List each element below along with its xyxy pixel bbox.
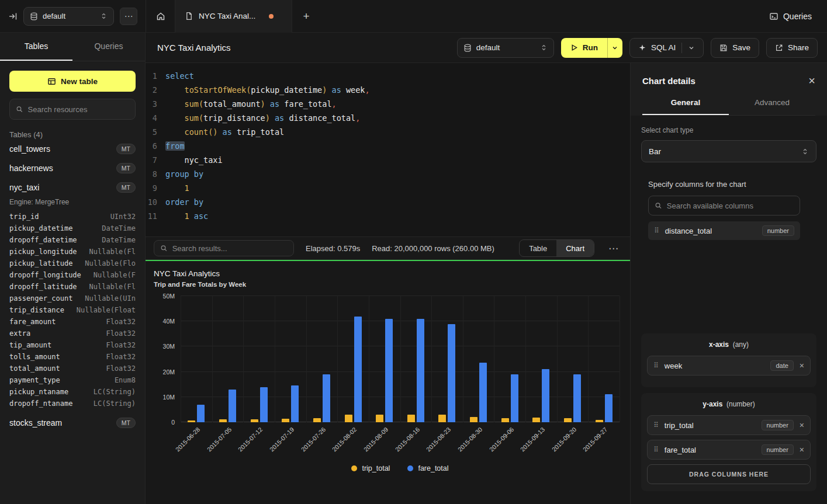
- collapse-sidebar-button[interactable]: [8, 12, 18, 21]
- column-type: UInt32: [110, 213, 136, 221]
- results-more-button[interactable]: ⋯: [606, 242, 621, 255]
- queries-button[interactable]: Queries: [754, 0, 827, 33]
- columns-search[interactable]: [648, 196, 800, 215]
- column-row[interactable]: dropoff_longitudeNullable(F: [9, 269, 136, 281]
- legend-dot: [351, 465, 357, 471]
- play-icon: [570, 44, 578, 51]
- column-row[interactable]: extraFloat32: [9, 328, 136, 339]
- sidebar-table-row[interactable]: stocks_streamMT: [9, 413, 136, 432]
- sidebar-tab-tables[interactable]: Tables: [0, 33, 72, 61]
- drop-zone[interactable]: DRAG COLUMNS HERE: [647, 464, 811, 484]
- x-tick-label: 2015-08-09: [362, 426, 389, 453]
- query-header: NYC Taxi Analytics default Run: [146, 33, 827, 63]
- chart-panel: NYC Taxi Analytics Trip and Fare Totals …: [146, 260, 630, 504]
- save-button[interactable]: Save: [711, 38, 759, 58]
- home-tab[interactable]: [146, 0, 175, 33]
- x-tick-label: 2015-07-12: [237, 426, 264, 453]
- sql-ai-button[interactable]: SQL AI: [629, 38, 704, 58]
- legend-item[interactable]: fare_total: [407, 464, 448, 472]
- bar-series: [181, 296, 620, 422]
- close-icon[interactable]: ×: [808, 75, 815, 86]
- plot-canvas: [181, 296, 620, 422]
- bar-fare_total: [417, 319, 424, 422]
- tab-general[interactable]: General: [642, 98, 729, 115]
- sidebar-search[interactable]: [9, 99, 136, 120]
- table-columns: trip_idUInt32pickup_datetimeDateTimedrop…: [9, 211, 136, 409]
- run-options-button[interactable]: [607, 38, 622, 58]
- database-selector[interactable]: default: [23, 7, 114, 26]
- code-line: 4 sum(trip_distance) as distance_total,: [146, 111, 630, 125]
- sparkle-icon: [638, 44, 646, 52]
- code-text: select: [165, 69, 194, 83]
- y-tick-label: 0: [171, 419, 175, 426]
- drag-handle-icon[interactable]: ⠿: [653, 362, 659, 370]
- table-view-button[interactable]: Table: [520, 240, 556, 256]
- column-row[interactable]: fare_amountFloat32: [9, 316, 136, 328]
- sidebar-table-row[interactable]: hackernewsMT: [9, 158, 136, 178]
- bar-fare_total: [323, 374, 330, 422]
- panel-body: Select chart type Bar Specify columns fo…: [631, 116, 827, 504]
- column-row[interactable]: tip_amountFloat32: [9, 339, 136, 351]
- column-row[interactable]: trip_idUInt32: [9, 211, 136, 223]
- chevron-updown-icon: [100, 12, 108, 20]
- code-line: 7 nyc_taxi: [146, 153, 630, 167]
- axis-column-row[interactable]: ⠿weekdate×: [647, 356, 811, 376]
- results-search[interactable]: [154, 240, 294, 256]
- remove-icon[interactable]: ×: [800, 421, 804, 429]
- column-type: Nullable(Fl: [89, 248, 136, 256]
- chart-view-button[interactable]: Chart: [556, 240, 594, 256]
- column-row[interactable]: pickup_longitudeNullable(Fl: [9, 246, 136, 258]
- x-tick-label: 2015-09-06: [487, 426, 514, 453]
- remove-icon[interactable]: ×: [800, 446, 804, 454]
- column-row[interactable]: passenger_countNullable(UIn: [9, 293, 136, 304]
- bar-trip_total: [532, 418, 540, 422]
- bar-fare_total: [229, 390, 236, 422]
- query-tab[interactable]: NYC Taxi Anal...: [175, 0, 292, 33]
- available-column-row[interactable]: ⠿distance_totalnumber: [648, 221, 800, 240]
- x-axis-heading: x-axis (any): [647, 340, 811, 349]
- sql-editor[interactable]: 1select2 toStartOfWeek(pickup_datetime) …: [146, 63, 630, 237]
- run-button[interactable]: Run: [561, 38, 607, 58]
- drag-handle-icon[interactable]: ⠿: [653, 446, 659, 454]
- column-type: Nullable(Flo: [85, 259, 136, 267]
- bar-trip_total: [470, 417, 477, 422]
- drag-handle-icon[interactable]: ⠿: [653, 421, 659, 429]
- column-row[interactable]: dropoff_ntanameLC(String): [9, 398, 136, 409]
- new-tab-button[interactable]: +: [292, 0, 320, 33]
- sidebar-table-row[interactable]: nyc_taxiMT: [9, 178, 136, 197]
- column-row[interactable]: payment_typeEnum8: [9, 374, 136, 386]
- sidebar-content: New table Tables (4) cell_towersMThacker…: [0, 61, 145, 442]
- column-row[interactable]: trip_distanceNullable(Float: [9, 304, 136, 316]
- column-row[interactable]: pickup_datetimeDateTime: [9, 223, 136, 234]
- sidebar-tab-queries[interactable]: Queries: [72, 33, 145, 61]
- column-row[interactable]: pickup_latitudeNullable(Flo: [9, 258, 136, 269]
- chart-type-select[interactable]: Bar: [641, 140, 816, 162]
- legend-item[interactable]: trip_total: [351, 464, 390, 472]
- sidebar-more-button[interactable]: ⋯: [120, 8, 137, 25]
- column-row[interactable]: tolls_amountFloat32: [9, 351, 136, 363]
- legend-dot: [407, 465, 413, 471]
- column-row[interactable]: total_amountFloat32: [9, 363, 136, 374]
- column-row[interactable]: dropoff_latitudeNullable(Fl: [9, 281, 136, 293]
- column-row[interactable]: dropoff_datetimeDateTime: [9, 234, 136, 246]
- remove-icon[interactable]: ×: [800, 362, 804, 370]
- column-row[interactable]: pickup_ntanameLC(String): [9, 386, 136, 398]
- axis-column-row[interactable]: ⠿trip_totalnumber×: [647, 415, 811, 435]
- tab-advanced[interactable]: Advanced: [729, 98, 815, 115]
- chevron-updown-icon: [540, 44, 548, 51]
- axis-column-row[interactable]: ⠿fare_totalnumber×: [647, 440, 811, 460]
- bar-fare_total: [448, 324, 455, 422]
- sidebar-search-input[interactable]: [28, 105, 129, 114]
- new-table-button[interactable]: New table: [9, 71, 136, 92]
- drag-handle-icon[interactable]: ⠿: [654, 227, 659, 235]
- results-search-input[interactable]: [172, 244, 288, 253]
- column-name: pickup_latitude: [9, 259, 72, 267]
- share-button[interactable]: Share: [766, 38, 818, 58]
- y-tick-label: 50M: [163, 293, 175, 300]
- table-name: hackernews: [9, 164, 53, 173]
- columns-search-input[interactable]: [667, 201, 794, 210]
- query-database-selector[interactable]: default: [457, 38, 554, 58]
- sidebar-table-row[interactable]: cell_towersMT: [9, 139, 136, 158]
- code-text: sum(total_amount) as fare_total,: [165, 97, 337, 111]
- app-window: default ⋯ NYC Taxi Anal... + Queries: [0, 0, 827, 504]
